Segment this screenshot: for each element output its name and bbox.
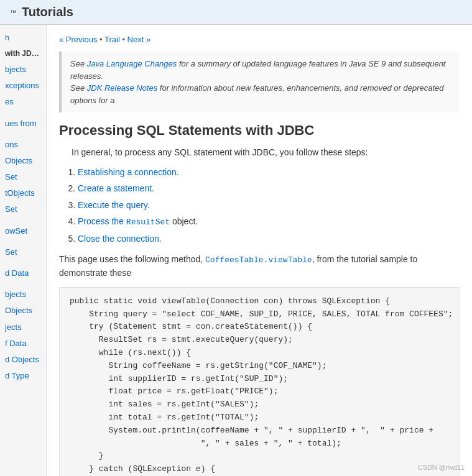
sidebar-item-tobjects[interactable]: tObjects	[0, 185, 46, 201]
sidebar-item-ues-from[interactable]: ues from	[0, 116, 46, 132]
sidebar: h with JDBC bjects xceptions es ues from…	[0, 25, 47, 476]
step4-text2: object.	[170, 216, 198, 226]
sidebar-item-set2[interactable]: Set	[0, 201, 46, 217]
sidebar-item-ons[interactable]: ons	[0, 137, 46, 153]
resultset-code[interactable]: ResultSet	[126, 217, 170, 227]
notice-text1: See	[70, 59, 87, 68]
notice-link1[interactable]: Java Language Changes	[87, 59, 177, 68]
sidebar-item-dtype[interactable]: d Type	[0, 368, 46, 384]
list-item: Establishing a connection.	[78, 165, 460, 179]
step3-link[interactable]: Execute the query.	[78, 200, 150, 210]
sidebar-item-with-jdbc: with JDBC	[0, 46, 46, 62]
sidebar-item-dobjects[interactable]: d Objects	[0, 352, 46, 368]
sidebar-item-data1[interactable]: d Data	[0, 265, 46, 281]
list-item: Close the connection.	[78, 232, 460, 245]
sidebar-item-exceptions[interactable]: xceptions	[0, 78, 46, 94]
sidebar-item-bjects[interactable]: bjects	[0, 286, 46, 303]
step2-link[interactable]: Create a statement.	[78, 183, 154, 193]
sidebar-item-h[interactable]: h	[0, 30, 46, 46]
sidebar-item-owset[interactable]: owSet	[0, 223, 46, 239]
sidebar-item-set3[interactable]: Set	[0, 244, 46, 260]
notice-box: See Java Language Changes for a summary …	[59, 52, 460, 112]
sidebar-item-objects[interactable]: bjects	[0, 62, 46, 78]
watermark: CSDN @nvd11	[418, 464, 465, 471]
uses-code: CoffeesTable.viewTable	[205, 255, 312, 265]
list-item: Create a statement.	[78, 181, 460, 195]
uses-paragraph: This page uses the following method, Cof…	[59, 253, 460, 280]
list-item: Execute the query.	[78, 198, 460, 212]
sidebar-item-set1[interactable]: Set	[0, 169, 46, 185]
sidebar-item-jects[interactable]: jects	[0, 319, 46, 336]
header: ™ Tutorials	[0, 0, 472, 25]
notice-text3: See	[70, 83, 87, 93]
breadcrumb-sep2: •	[122, 35, 127, 44]
header-title: Tutorials	[22, 5, 73, 19]
breadcrumb: « Previous • Trail • Next »	[59, 35, 460, 44]
sidebar-item-es[interactable]: es	[0, 94, 46, 110]
breadcrumb-next[interactable]: Next »	[127, 35, 151, 44]
breadcrumb-sep1: •	[99, 35, 104, 44]
header-logo: ™	[10, 9, 17, 16]
uses-text1: This page uses the following method,	[59, 254, 205, 264]
content-area: « Previous • Trail • Next » See Java Lan…	[47, 25, 472, 476]
sidebar-item-objects3[interactable]: Objects	[0, 303, 46, 319]
step1-link[interactable]: Establishing a connection.	[78, 167, 179, 177]
list-item: Process the ResultSet object.	[78, 214, 460, 229]
step4-link[interactable]: Process the	[78, 216, 126, 226]
sidebar-item-objects2[interactable]: Objects	[0, 153, 46, 169]
main-layout: h with JDBC bjects xceptions es ues from…	[0, 25, 472, 476]
steps-list: Establishing a connection. Create a stat…	[78, 165, 460, 245]
intro-text: In general, to process any SQL statement…	[59, 146, 460, 159]
step5-link[interactable]: Close the connection.	[78, 234, 162, 244]
breadcrumb-prev[interactable]: « Previous	[59, 35, 97, 44]
sidebar-item-fdata[interactable]: f Data	[0, 336, 46, 352]
notice-link2[interactable]: JDK Release Notes	[87, 83, 157, 93]
page-title: Processing SQL Statements with JDBC	[59, 122, 460, 139]
code-block: public static void viewTable(Connection …	[59, 287, 460, 476]
breadcrumb-trail[interactable]: Trail	[104, 35, 120, 44]
